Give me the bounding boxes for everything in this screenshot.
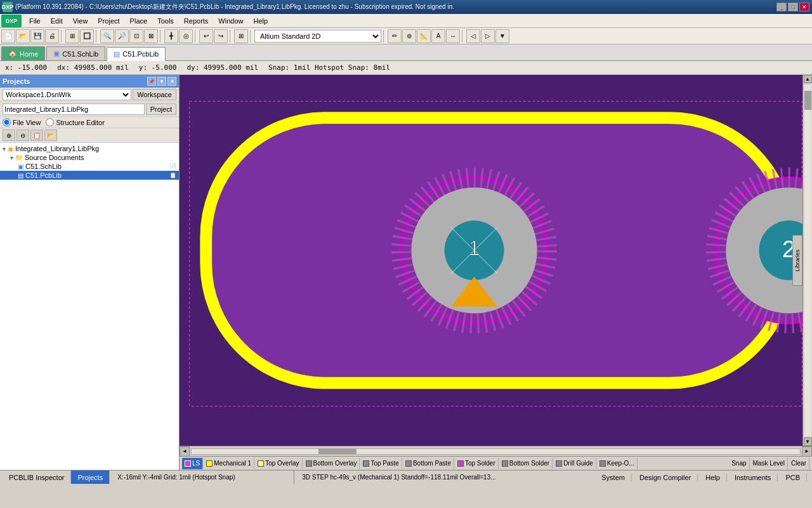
- pcblib-inspector-tab[interactable]: PCBLIB Inspector: [3, 471, 71, 484]
- save-button[interactable]: 💾: [30, 29, 44, 43]
- pcblib-file-icon: ▤: [18, 172, 23, 179]
- title-text: (Platform 10.391.22084) - C:\Users\zhu\D…: [15, 3, 776, 11]
- layer-bottom-solder[interactable]: Bottom Solder: [499, 458, 553, 469]
- menu-project[interactable]: Project: [93, 16, 124, 26]
- grid-button[interactable]: ⊞: [234, 29, 248, 43]
- design-compiler-tab[interactable]: Design Compiler: [633, 474, 698, 481]
- dxp-logo[interactable]: DXP: [1, 15, 22, 27]
- menu-view[interactable]: View: [68, 16, 93, 26]
- text-button[interactable]: A: [431, 29, 445, 43]
- zoom-in-button[interactable]: 🔍: [100, 29, 114, 43]
- scroll-up-button[interactable]: ▲: [804, 75, 812, 83]
- layer-top-solder[interactable]: Top Solder: [455, 458, 499, 469]
- pcb-button[interactable]: 🔲: [80, 29, 94, 43]
- clear-label: Clear: [791, 460, 806, 467]
- pcb-tab[interactable]: PCB: [779, 474, 807, 481]
- mask-level-label: Mask Level: [753, 460, 785, 467]
- tab-home[interactable]: 🏠 Home: [1, 46, 45, 60]
- hscroll-thumb[interactable]: [318, 449, 357, 454]
- layer-mechanical1[interactable]: Mechanical 1: [204, 458, 254, 469]
- close-button[interactable]: ✕: [799, 3, 809, 11]
- scroll-down-button[interactable]: ▼: [804, 438, 812, 446]
- bottom-overlay-dot: [306, 460, 312, 467]
- home-icon: 🏠: [8, 50, 17, 58]
- zoom-area-button[interactable]: ⊠: [144, 29, 158, 43]
- route-button[interactable]: ╋: [164, 29, 178, 43]
- projects-tab[interactable]: Projects: [71, 471, 110, 484]
- fit-button[interactable]: ⊡: [129, 29, 143, 43]
- tree-label-pcblib: C51.PcbLib: [25, 171, 62, 179]
- measure-button[interactable]: ↔: [446, 29, 460, 43]
- redo-button[interactable]: ↪: [214, 29, 228, 43]
- sidebar-menu-button[interactable]: ▼: [157, 77, 166, 86]
- coordinate-bar: x: -15.000 dx: 49985.000 mil y: -5.000 d…: [0, 61, 812, 75]
- mask-level-button[interactable]: Mask Level: [750, 458, 789, 469]
- tab-pcblib[interactable]: ▤ C51.PcbLib: [107, 47, 166, 61]
- pencil-button[interactable]: ✏: [388, 29, 402, 43]
- sidebar-tb-btn3[interactable]: 📋: [30, 130, 43, 141]
- menu-window[interactable]: Window: [213, 16, 248, 26]
- layer-button[interactable]: ⊞: [65, 29, 79, 43]
- menu-reports[interactable]: Reports: [179, 16, 214, 26]
- sidebar-pin-button[interactable]: 📌: [147, 77, 156, 86]
- tree-item-source[interactable]: ▾ 📁 Source Documents: [0, 153, 179, 162]
- scroll-thumb[interactable]: [804, 91, 811, 110]
- project-input[interactable]: [3, 104, 145, 115]
- clear-button[interactable]: Clear: [789, 458, 809, 469]
- menu-place[interactable]: Place: [125, 16, 153, 26]
- via-button[interactable]: ◎: [179, 29, 193, 43]
- tree-item-root[interactable]: ▾ ▣ Integrated_Library1.LibPkg: [0, 144, 179, 153]
- layer-keep-out[interactable]: Keep-O...: [597, 458, 638, 469]
- menu-tools[interactable]: Tools: [152, 16, 179, 26]
- sidebar-tb-btn2[interactable]: ⊖: [16, 130, 29, 141]
- new-button[interactable]: 📄: [1, 29, 15, 43]
- project-button[interactable]: Project: [146, 104, 176, 115]
- zoom-out-button[interactable]: 🔎: [115, 29, 129, 43]
- top-solder-label: Top Solder: [465, 460, 495, 467]
- open-button[interactable]: 📂: [16, 29, 30, 43]
- structure-editor-option[interactable]: Structure Editor: [46, 118, 104, 126]
- tree-label-schlib: C51.SchLib: [25, 163, 62, 170]
- layer-top-overlay[interactable]: Top Overlay: [255, 458, 302, 469]
- workspace-select[interactable]: Workspace1.DsnWrk: [3, 89, 131, 100]
- view-select[interactable]: Altium Standard 2D: [254, 30, 381, 43]
- history-extra[interactable]: ▼: [495, 29, 509, 43]
- sidebar-close-button[interactable]: ✕: [167, 77, 176, 86]
- minimize-button[interactable]: _: [776, 3, 787, 11]
- layer-top-paste[interactable]: Top Paste: [360, 458, 402, 469]
- 3d-button[interactable]: 📐: [417, 29, 431, 43]
- layer-bar: LS Mechanical 1 Top Overlay Bottom Overl…: [180, 456, 812, 470]
- sidebar-tb-btn1[interactable]: ⊕: [3, 130, 15, 141]
- tab-schlib[interactable]: ▣ C51.SchLib: [46, 46, 105, 60]
- drc-button[interactable]: ⊚: [402, 29, 416, 43]
- history-fwd[interactable]: ▷: [481, 29, 495, 43]
- maximize-button[interactable]: □: [788, 3, 798, 11]
- sidebar-tb-btn4[interactable]: 📂: [44, 130, 57, 141]
- undo-button[interactable]: ↩: [199, 29, 213, 43]
- layer-drill-guide[interactable]: Drill Guide: [553, 458, 596, 469]
- project-row: Project: [0, 102, 179, 117]
- system-tab[interactable]: System: [595, 474, 632, 481]
- instruments-tab[interactable]: Instruments: [728, 474, 778, 481]
- tree-item-schlib[interactable]: ▣ C51.SchLib 📄: [0, 162, 179, 171]
- workspace-button[interactable]: Workspace: [133, 89, 176, 100]
- menu-help[interactable]: Help: [248, 16, 273, 26]
- history-back[interactable]: ◁: [466, 29, 480, 43]
- horizontal-scrollbar[interactable]: ◄ ►: [180, 446, 812, 456]
- layer-bottom-overlay[interactable]: Bottom Overlay: [303, 458, 360, 469]
- snap-button[interactable]: Snap: [729, 458, 749, 469]
- print-button[interactable]: 🖨: [45, 29, 59, 43]
- vertical-scrollbar[interactable]: ▲ ▼: [802, 75, 812, 446]
- hscroll-left-button[interactable]: ◄: [180, 446, 190, 457]
- tree-source-expand: ▾: [10, 154, 13, 161]
- help-tab[interactable]: Help: [699, 474, 727, 481]
- tree-item-pcblib[interactable]: ▤ C51.PcbLib 📋: [0, 171, 179, 180]
- file-view-option[interactable]: File View: [3, 118, 41, 126]
- menu-edit[interactable]: Edit: [46, 16, 68, 26]
- layer-bottom-paste[interactable]: Bottom Paste: [403, 458, 454, 469]
- menu-file[interactable]: File: [24, 16, 46, 26]
- hscroll-right-button[interactable]: ►: [802, 446, 812, 457]
- pcb-canvas-area[interactable]: 1 2: [180, 75, 812, 446]
- libraries-tab[interactable]: Libraries: [792, 235, 802, 286]
- layer-ls[interactable]: LS: [182, 458, 203, 469]
